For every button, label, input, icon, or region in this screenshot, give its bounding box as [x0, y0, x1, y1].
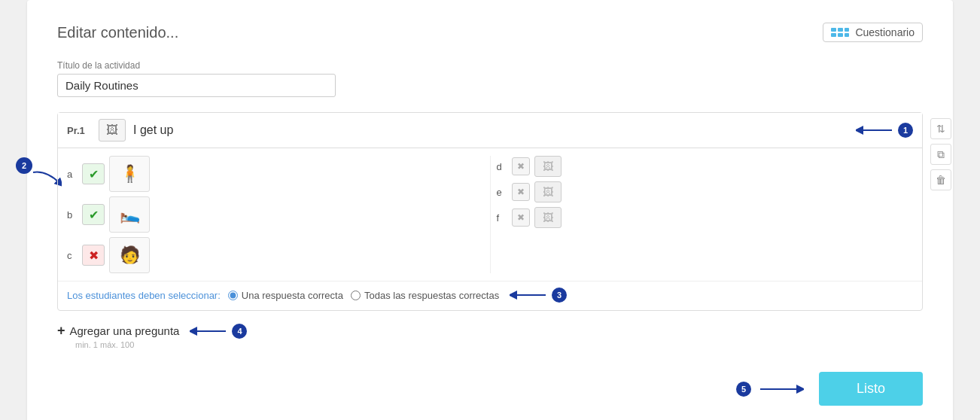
bottom-row: 5 Listo: [57, 372, 923, 406]
arrow-5-icon: [759, 382, 804, 396]
annotation-4: 4: [190, 324, 247, 339]
answer-letter-e: e: [497, 187, 507, 198]
add-question-label: Agregar una pregunta: [70, 324, 180, 337]
pr-label: Pr.1: [67, 125, 91, 136]
col-divider: [490, 156, 491, 273]
image-icon: 🖼: [106, 123, 118, 137]
thumb-placeholder-d[interactable]: 🖼: [534, 156, 562, 177]
activity-title-section: Título de la actividad: [57, 60, 923, 97]
question-image-button[interactable]: 🖼: [99, 119, 126, 142]
action-icons: ⇅ ⧉ 🗑: [930, 118, 951, 190]
question-header: Pr.1 🖼 I get up 1: [58, 113, 922, 148]
answer-letter-b: b: [67, 209, 78, 221]
x-btn-e[interactable]: ✖: [512, 183, 530, 201]
activity-title-input[interactable]: [57, 74, 336, 97]
arrow-3-icon: [510, 288, 547, 302]
img-placeholder-icon-e: 🖼: [543, 186, 553, 198]
add-question-section: + Agregar una pregunta 4 min. 1 máx. 100: [57, 323, 923, 349]
duplicate-button[interactable]: ⧉: [930, 144, 951, 165]
listo-button[interactable]: Listo: [819, 372, 923, 406]
answer-row-a: a ✔ 🧍: [67, 156, 484, 192]
thumb-img-a: 🧍: [120, 164, 140, 184]
answer-letter-d: d: [497, 161, 507, 172]
thumb-placeholder-e[interactable]: 🖼: [534, 181, 562, 202]
annotation-4-badge: 4: [232, 324, 247, 339]
arrow-4-icon: [190, 324, 227, 338]
annotation-3-badge: 3: [552, 288, 567, 303]
thumb-img-b: 🛌: [120, 205, 140, 224]
check-btn-a[interactable]: ✔: [82, 163, 105, 184]
answer-letter-c: c: [67, 250, 78, 261]
answer-letter-a: a: [67, 169, 78, 180]
answers-area: a ✔ 🧍 b ✔ 🛌: [58, 148, 922, 281]
radio-todas-label: Todas las respuestas correctas: [364, 290, 499, 301]
arrow-1-icon: [856, 123, 893, 137]
annotation-1-badge: 1: [898, 123, 913, 138]
plus-icon: +: [57, 323, 65, 339]
footer-label: Los estudiantes deben seleccionar:: [67, 290, 221, 301]
answers-right-col: d ✖ 🖼 e ✖ 🖼: [497, 156, 914, 273]
answer-row-b: b ✔ 🛌: [67, 196, 484, 233]
delete-button[interactable]: 🗑: [930, 169, 951, 190]
annotation-5: 5: [736, 382, 804, 397]
min-max-label: min. 1 máx. 100: [75, 340, 923, 349]
add-question-button[interactable]: + Agregar una pregunta 4: [57, 323, 923, 339]
img-placeholder-icon-d: 🖼: [543, 160, 553, 172]
question-text: I get up: [133, 123, 848, 137]
check-btn-c[interactable]: ✖: [82, 245, 105, 266]
quiz-icon: [831, 28, 849, 37]
thumb-placeholder-f[interactable]: 🖼: [534, 207, 562, 228]
annotation-5-badge: 5: [736, 382, 751, 397]
radio-todas-input[interactable]: [351, 291, 361, 300]
x-btn-f[interactable]: ✖: [512, 208, 530, 227]
annotation-3: 3: [510, 288, 567, 303]
move-up-button[interactable]: ⇅: [930, 118, 951, 139]
footer-row: Los estudiantes deben seleccionar: Una r…: [58, 281, 922, 310]
thumb-btn-c[interactable]: 🧑: [109, 237, 150, 273]
annotation-2-badge: 2: [16, 157, 32, 174]
img-placeholder-icon-f: 🖼: [543, 212, 553, 224]
page-title: Editar contenido...: [57, 24, 178, 41]
answer-letter-f: f: [497, 212, 507, 224]
answer-row-f: f ✖ 🖼: [497, 207, 914, 228]
thumb-btn-a[interactable]: 🧍: [109, 156, 150, 192]
annotation-1: 1: [856, 123, 913, 138]
quiz-label: Cuestionario: [855, 26, 915, 38]
check-btn-b[interactable]: ✔: [82, 204, 105, 225]
question-block: Pr.1 🖼 I get up 1: [57, 112, 923, 311]
answers-left-col: a ✔ 🧍 b ✔ 🛌: [67, 156, 484, 273]
radio-todas-respuestas[interactable]: Todas las respuestas correctas: [351, 290, 499, 301]
answer-row-d: d ✖ 🖼: [497, 156, 914, 177]
x-btn-d[interactable]: ✖: [512, 157, 530, 175]
radio-una-label: Una respuesta correcta: [242, 290, 343, 301]
radio-una-respuesta[interactable]: Una respuesta correcta: [228, 290, 343, 301]
thumb-btn-b[interactable]: 🛌: [109, 196, 150, 233]
activity-field-label: Título de la actividad: [57, 60, 923, 71]
thumb-img-c: 🧑: [120, 245, 140, 265]
quiz-badge: Cuestionario: [823, 23, 923, 42]
answer-row-c: c ✖ 🧑: [67, 237, 484, 273]
answer-row-e: e ✖ 🖼: [497, 181, 914, 202]
radio-una-input[interactable]: [228, 291, 238, 300]
